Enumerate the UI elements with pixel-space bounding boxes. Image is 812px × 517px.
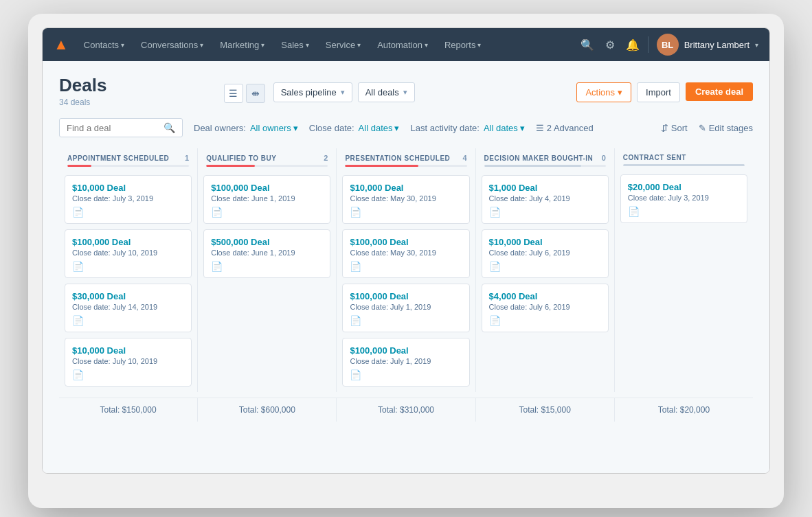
deal-date: Close date: July 10, 2019 <box>72 249 184 257</box>
settings-icon[interactable]: ⚙ <box>605 38 615 51</box>
deal-amount: $100,000 Deal <box>72 237 184 247</box>
avatar: BL <box>657 34 679 56</box>
deal-amount: $10,000 Deal <box>489 237 601 247</box>
deal-card-presentation-scheduled-3[interactable]: $100,000 Deal Close date: July 1, 2019 📄 <box>342 338 469 387</box>
deal-document-icon: 📄 <box>72 369 184 380</box>
nav-contacts[interactable]: Contacts ▾ <box>77 28 131 61</box>
total-cell-qualified-to-buy: Total: $600,000 <box>198 398 337 422</box>
deal-document-icon: 📄 <box>350 207 462 218</box>
kanban-col-decision-maker-bought-in: DECISION MAKER BOUGHT-IN 0 $1,000 Deal C… <box>476 148 615 392</box>
filter-lines-icon: ☰ <box>536 123 544 133</box>
notifications-icon[interactable]: 🔔 <box>626 38 640 51</box>
nav-marketing[interactable]: Marketing ▾ <box>213 28 271 61</box>
deal-document-icon: 📄 <box>211 261 323 272</box>
navbar: ▲ Contacts ▾ Conversations ▾ Marketing ▾… <box>43 28 769 61</box>
deal-card-contract-sent-0[interactable]: $20,000 Deal Close date: July 3, 2019 📄 <box>620 174 747 223</box>
list-view-toggle[interactable]: ☰ <box>224 84 243 103</box>
kanban-col-qualified-to-buy: QUALIFIED TO BUY 2 $100,000 Deal Close d… <box>198 148 337 392</box>
col-progress-fill-decision-maker-bought-in <box>484 165 582 167</box>
sort-button[interactable]: ⇵ Sort <box>661 123 688 133</box>
deal-amount: $20,000 Deal <box>628 182 740 192</box>
deal-card-decision-maker-bought-in-0[interactable]: $1,000 Deal Close date: July 4, 2019 📄 <box>482 175 609 224</box>
col-count-appointment-scheduled: 1 <box>185 154 189 162</box>
automation-chevron-icon: ▾ <box>425 41 428 49</box>
nav-conversations[interactable]: Conversations ▾ <box>134 28 210 61</box>
import-button[interactable]: Import <box>637 82 680 102</box>
nav-automation[interactable]: Automation ▾ <box>370 28 435 61</box>
col-progress-contract-sent <box>623 164 745 166</box>
deals-filter-select[interactable]: All deals ▾ <box>358 82 415 102</box>
search-icon: 🔍 <box>163 122 175 133</box>
deal-amount: $1,000 Deal <box>489 183 601 193</box>
col-progress-fill-presentation-scheduled <box>345 165 418 167</box>
deal-amount: $500,000 Deal <box>211 237 323 247</box>
search-icon[interactable]: 🔍 <box>580 38 594 51</box>
col-header-decision-maker-bought-in: DECISION MAKER BOUGHT-IN 0 <box>482 148 609 175</box>
deal-amount: $100,000 Deal <box>350 291 462 301</box>
col-progress-presentation-scheduled <box>345 165 466 167</box>
col-progress-appointment-scheduled <box>67 165 189 167</box>
deal-date: Close date: July 3, 2019 <box>628 194 740 202</box>
board-view-toggle[interactable]: ⇼ <box>246 84 265 103</box>
col-progress-fill-appointment-scheduled <box>67 165 91 167</box>
kanban-col-appointment-scheduled: APPOINTMENT SCHEDULED 1 $10,000 Deal Clo… <box>59 148 198 392</box>
sort-icon: ⇵ <box>661 123 668 133</box>
deal-card-presentation-scheduled-0[interactable]: $10,000 Deal Close date: May 30, 2019 📄 <box>342 175 469 224</box>
last-activity-chevron-icon: ▾ <box>520 123 525 133</box>
nav-sales[interactable]: Sales ▾ <box>274 28 316 61</box>
deal-document-icon: 📄 <box>72 261 184 272</box>
total-cell-presentation-scheduled: Total: $310,000 <box>337 398 475 422</box>
search-input[interactable] <box>67 123 159 133</box>
deal-card-appointment-scheduled-3[interactable]: $10,000 Deal Close date: July 10, 2019 📄 <box>65 338 192 387</box>
col-header-qualified-to-buy: QUALIFIED TO BUY 2 <box>203 148 330 175</box>
col-progress-fill-qualified-to-buy <box>206 165 255 167</box>
deal-card-decision-maker-bought-in-2[interactable]: $4,000 Deal Close date: July 6, 2019 📄 <box>482 284 609 332</box>
nav-divider <box>648 36 649 53</box>
actions-button[interactable]: Actions ▾ <box>576 82 631 102</box>
edit-stages-button[interactable]: ✎ Edit stages <box>699 123 753 133</box>
deal-card-appointment-scheduled-2[interactable]: $30,000 Deal Close date: July 14, 2019 📄 <box>65 284 192 332</box>
main-content: Deals 34 deals ☰ ⇼ Sales pipeline ▾ All … <box>43 61 769 473</box>
total-cell-decision-maker-bought-in: Total: $15,000 <box>476 398 615 422</box>
deal-document-icon: 📄 <box>350 315 462 326</box>
deal-date: Close date: July 6, 2019 <box>489 303 601 311</box>
search-box[interactable]: 🔍 <box>59 118 183 137</box>
advanced-filter[interactable]: ☰ 2 Advanced <box>536 123 594 133</box>
deal-amount: $100,000 Deal <box>211 183 323 193</box>
nav-user[interactable]: BL Brittany Lambert ▾ <box>657 34 758 56</box>
deal-document-icon: 📄 <box>211 207 323 218</box>
col-progress-qualified-to-buy <box>206 165 328 167</box>
deal-date: Close date: July 1, 2019 <box>350 303 462 311</box>
deal-owners-dropdown[interactable]: All owners ▾ <box>250 123 298 133</box>
col-header-presentation-scheduled: PRESENTATION SCHEDULED 4 <box>342 148 469 175</box>
create-deal-button[interactable]: Create deal <box>686 82 753 101</box>
deal-document-icon: 📄 <box>350 261 462 272</box>
nav-reports[interactable]: Reports ▾ <box>438 28 488 61</box>
deal-document-icon: 📄 <box>628 206 740 217</box>
deal-card-decision-maker-bought-in-1[interactable]: $10,000 Deal Close date: July 6, 2019 📄 <box>482 229 609 278</box>
deal-document-icon: 📄 <box>489 315 601 326</box>
col-header-contract-sent: CONTRACT SENT <box>620 148 747 174</box>
deal-card-appointment-scheduled-1[interactable]: $100,000 Deal Close date: July 10, 2019 … <box>65 229 192 278</box>
deal-card-qualified-to-buy-1[interactable]: $500,000 Deal Close date: June 1, 2019 📄 <box>203 229 330 278</box>
deal-card-presentation-scheduled-1[interactable]: $100,000 Deal Close date: May 30, 2019 📄 <box>342 229 469 278</box>
deal-date: Close date: June 1, 2019 <box>211 249 323 257</box>
owners-chevron-icon: ▾ <box>293 123 298 133</box>
deal-amount: $10,000 Deal <box>72 345 184 356</box>
nav-service[interactable]: Service ▾ <box>319 28 368 61</box>
total-cell-appointment-scheduled: Total: $150,000 <box>59 398 198 422</box>
pipeline-select[interactable]: Sales pipeline ▾ <box>273 82 352 102</box>
page-title-section: Deals 34 deals <box>59 75 216 107</box>
deal-card-appointment-scheduled-0[interactable]: $10,000 Deal Close date: July 3, 2019 📄 <box>65 175 192 224</box>
deal-date: Close date: July 1, 2019 <box>350 357 462 365</box>
close-date-dropdown[interactable]: All dates ▾ <box>359 123 400 133</box>
deal-card-qualified-to-buy-0[interactable]: $100,000 Deal Close date: June 1, 2019 📄 <box>203 175 330 224</box>
view-toggles: ☰ ⇼ <box>224 84 265 103</box>
col-count-qualified-to-buy: 2 <box>324 154 328 162</box>
last-activity-dropdown[interactable]: All dates ▾ <box>484 123 525 133</box>
deal-date: Close date: July 6, 2019 <box>489 249 601 257</box>
deal-document-icon: 📄 <box>489 261 601 272</box>
col-progress-decision-maker-bought-in <box>484 165 606 167</box>
deal-amount: $10,000 Deal <box>350 183 462 193</box>
deal-card-presentation-scheduled-2[interactable]: $100,000 Deal Close date: July 1, 2019 📄 <box>342 284 469 332</box>
